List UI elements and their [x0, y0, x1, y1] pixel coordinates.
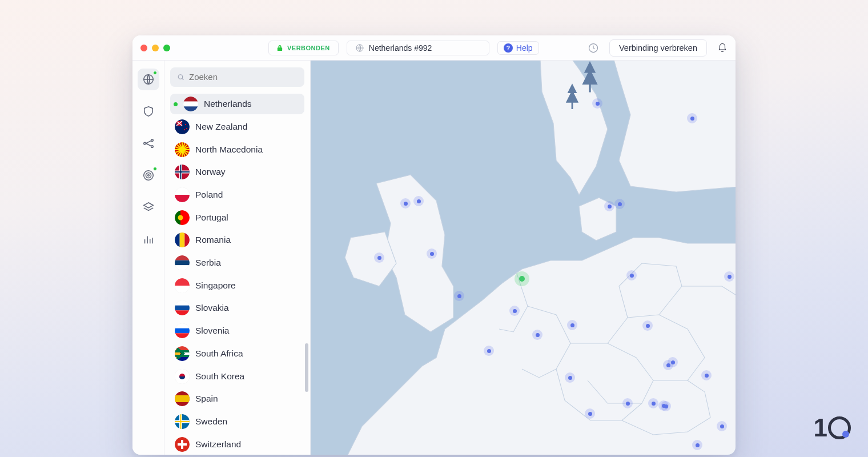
close-window-button[interactable] — [140, 45, 147, 51]
scrollbar-thumb[interactable] — [305, 343, 308, 392]
country-row-serbia[interactable]: Serbia — [170, 252, 304, 274]
country-list[interactable]: NetherlandsNew ZealandNorth MacedoniaNor… — [170, 94, 304, 455]
help-button[interactable]: ? Help — [497, 41, 539, 55]
country-row-portugal[interactable]: Portugal — [170, 207, 304, 228]
svg-rect-37 — [175, 187, 190, 195]
server-label: Netherlands #992 — [369, 43, 432, 53]
country-label: North Macedonia — [195, 145, 263, 155]
country-row-slovenia[interactable]: Slovenia — [170, 320, 304, 342]
country-row-sweden[interactable]: Sweden — [170, 411, 304, 432]
server-pin[interactable] — [717, 421, 727, 431]
app-window: VERBONDEN Netherlands #992 ? Help Verbin… — [132, 35, 736, 455]
country-row-spain[interactable]: Spain — [170, 388, 304, 410]
country-row-poland[interactable]: Poland — [170, 185, 304, 206]
nav-meshnet[interactable] — [138, 133, 159, 154]
server-pin[interactable] — [701, 370, 712, 380]
map[interactable] — [311, 61, 736, 455]
nav-countries[interactable] — [138, 69, 159, 90]
svg-rect-11 — [183, 97, 198, 102]
flag-icon — [183, 97, 198, 111]
help-label: Help — [516, 43, 533, 53]
server-pin[interactable] — [532, 330, 542, 340]
server-pin[interactable] — [484, 346, 494, 356]
server-pin[interactable] — [622, 398, 633, 408]
flag-icon — [175, 210, 190, 225]
server-pin[interactable] — [614, 199, 625, 209]
mesh-icon — [142, 137, 155, 150]
server-pin[interactable] — [668, 357, 678, 367]
maximize-window-button[interactable] — [163, 45, 170, 51]
status-label: VERBONDEN — [287, 45, 330, 51]
country-row-singapore[interactable]: Singapore — [170, 275, 304, 296]
country-row-south-korea[interactable]: South Korea — [170, 366, 304, 387]
country-row-switzerland[interactable]: Switzerland — [170, 434, 304, 455]
svg-rect-79 — [178, 443, 187, 446]
svg-rect-35 — [175, 171, 190, 173]
minimize-window-button[interactable] — [152, 45, 159, 51]
notifications-icon[interactable] — [717, 43, 728, 53]
svg-rect-57 — [175, 311, 190, 316]
flag-icon — [175, 346, 190, 361]
nav-security[interactable] — [138, 101, 159, 122]
server-pin[interactable] — [427, 248, 437, 259]
server-pin[interactable] — [413, 196, 424, 206]
country-row-north-macedonia[interactable]: North Macedonia — [170, 139, 304, 160]
server-pin[interactable] — [592, 98, 602, 109]
search-input[interactable] — [170, 67, 304, 87]
flag-icon — [175, 232, 190, 247]
country-list-pane: NetherlandsNew ZealandNorth MacedoniaNor… — [164, 61, 311, 455]
server-pin[interactable] — [374, 252, 384, 263]
watermark: 1 — [814, 414, 851, 442]
country-row-slovakia[interactable]: Slovakia — [170, 298, 304, 319]
server-pin[interactable] — [565, 372, 575, 383]
svg-rect-53 — [175, 286, 190, 293]
shield-icon — [142, 105, 155, 118]
country-row-south-africa[interactable]: South Africa — [170, 343, 304, 364]
svg-rect-59 — [175, 323, 190, 328]
server-pin[interactable] — [661, 401, 671, 411]
server-pin[interactable] — [509, 306, 520, 316]
svg-point-18 — [186, 128, 187, 129]
server-pin[interactable] — [724, 271, 734, 282]
stats-icon — [142, 233, 155, 246]
country-row-new-zealand[interactable]: New Zealand — [170, 116, 304, 137]
svg-point-4 — [151, 139, 153, 142]
country-row-romania[interactable]: Romania — [170, 230, 304, 251]
server-pin[interactable] — [585, 408, 595, 419]
server-pin-connected[interactable] — [515, 271, 529, 286]
current-server[interactable]: Netherlands #992 — [347, 41, 489, 55]
country-label: South Africa — [195, 348, 243, 359]
svg-rect-52 — [175, 278, 190, 286]
country-label: Norway — [195, 167, 226, 177]
country-label: Serbia — [195, 258, 221, 268]
flag-icon — [175, 278, 190, 293]
server-pin[interactable] — [454, 291, 464, 301]
nav-presets[interactable] — [138, 197, 159, 218]
country-row-netherlands[interactable]: Netherlands — [170, 94, 304, 115]
country-label: Portugal — [195, 213, 228, 223]
alert-badge — [153, 167, 157, 171]
flag-icon — [175, 142, 190, 157]
svg-rect-75 — [175, 421, 190, 422]
search-field[interactable] — [189, 72, 298, 82]
server-pin[interactable] — [642, 320, 653, 331]
country-label: Sweden — [195, 416, 227, 427]
server-pin[interactable] — [687, 113, 697, 123]
country-label: Romania — [195, 235, 231, 245]
disconnect-button[interactable]: Verbinding verbreken — [609, 39, 707, 57]
server-pin[interactable] — [626, 270, 637, 280]
globe-icon — [142, 73, 155, 86]
server-pin[interactable] — [400, 198, 411, 209]
server-pin[interactable] — [692, 440, 702, 450]
country-row-norway[interactable]: Norway — [170, 162, 304, 183]
server-pin[interactable] — [604, 201, 614, 211]
nav-stats[interactable] — [138, 228, 159, 250]
svg-rect-60 — [175, 328, 190, 334]
nav-darkweb[interactable] — [138, 165, 159, 186]
flag-icon — [175, 323, 190, 338]
flag-icon — [175, 255, 190, 270]
threat-protection-icon[interactable] — [588, 42, 599, 54]
server-pin[interactable] — [567, 320, 577, 330]
server-pin[interactable] — [648, 398, 658, 408]
country-label: Spain — [195, 394, 218, 404]
